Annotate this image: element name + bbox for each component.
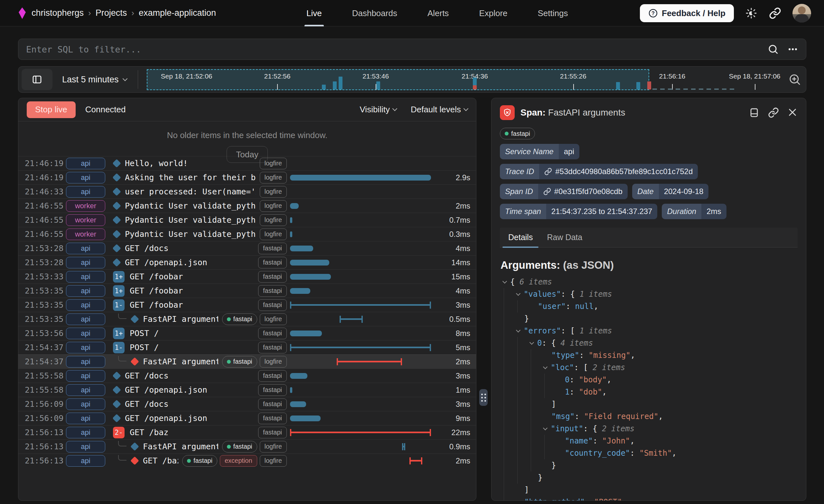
tag-logfire[interactable]: logfire <box>260 356 287 368</box>
expand-children-badge[interactable]: 2- <box>113 427 124 438</box>
tag-fastapi[interactable]: fastapi <box>258 370 287 382</box>
expand-children-badge[interactable]: 1- <box>113 299 124 311</box>
tag-fastapi[interactable]: fastapi <box>258 257 287 269</box>
trace-row[interactable]: 21:56:13apiGET /baz (fofastapiexceptionl… <box>18 453 476 468</box>
tag-fastapi[interactable]: fastapi <box>258 342 287 354</box>
trace-row[interactable]: 21:46:55workerPydantic User validate_pyt… <box>18 213 476 227</box>
copy-link-icon[interactable] <box>768 107 779 118</box>
logfire-logo-icon[interactable] <box>18 7 26 19</box>
expand-children-badge[interactable]: 1+ <box>113 328 124 339</box>
breadcrumb-projects[interactable]: Projects <box>96 8 127 18</box>
nav-item-dashboards[interactable]: Dashboards <box>339 0 411 26</box>
trace-row[interactable]: 21:53:35api1+GET /foobarfastapi4ms <box>18 284 476 298</box>
trace-row[interactable]: 21:53:33api1+GET /foobarfastapi15ms <box>18 269 476 284</box>
trace-row[interactable]: 21:46:55workerPydantic User validate_pyt… <box>18 199 476 213</box>
trace-row[interactable]: 21:56:13api2-GET /bazfastapi22ms <box>18 425 476 439</box>
trace-row[interactable]: 21:53:28apiGET /docsfastapi4ms <box>18 241 476 255</box>
trace-row[interactable]: 21:46:19apiAsking the user for their bir… <box>18 170 476 184</box>
tag-fastapi[interactable]: fastapi <box>182 455 217 467</box>
tag-fastapi[interactable]: fastapi <box>258 398 287 410</box>
collapse-chevron-icon[interactable] <box>543 365 547 369</box>
dock-panel-icon[interactable] <box>749 107 760 118</box>
tag-fastapi[interactable]: fastapi <box>258 384 287 396</box>
tag-fastapi[interactable]: fastapi <box>258 427 287 438</box>
tag-fastapi[interactable]: fastapi <box>258 299 287 311</box>
tag-exception[interactable]: exception <box>220 455 257 467</box>
panel-resize-handle[interactable] <box>479 389 488 406</box>
service-badge-api[interactable]: api <box>66 427 105 438</box>
share-link-icon[interactable] <box>768 7 782 20</box>
service-badge-api[interactable]: api <box>66 398 105 410</box>
service-badge-api[interactable]: api <box>66 158 105 169</box>
breadcrumb-project[interactable]: example-application <box>139 8 216 18</box>
sidebar-toggle-button[interactable] <box>21 69 53 90</box>
tag-fastapi[interactable]: fastapi <box>222 441 257 452</box>
tag-logfire[interactable]: logfire <box>260 172 287 184</box>
trace-row[interactable]: 21:55:58apiGET /docsfastapi3ms <box>18 369 476 383</box>
timeline-zoom-in-button[interactable] <box>784 73 806 86</box>
collapse-chevron-icon[interactable] <box>543 426 547 430</box>
service-badge-api[interactable]: api <box>66 370 105 382</box>
close-icon[interactable] <box>787 107 798 117</box>
tag-fastapi[interactable]: fastapi <box>258 413 287 424</box>
tag-fastapi[interactable]: fastapi <box>222 313 257 325</box>
nav-item-alerts[interactable]: Alerts <box>414 0 462 26</box>
theme-toggle-icon[interactable] <box>745 7 758 20</box>
trace-row[interactable]: 21:53:56api1+POST /fastapi8ms <box>18 326 476 340</box>
user-avatar[interactable] <box>793 4 811 22</box>
timeline-histogram[interactable]: Sep 18, 21:52:0621:52:5621:53:4621:54:36… <box>140 67 779 92</box>
collapse-chevron-icon[interactable] <box>529 340 534 345</box>
trace-row[interactable]: 21:46:55workerPydantic User validate_pyt… <box>18 227 476 241</box>
collapse-chevron-icon[interactable] <box>516 291 520 296</box>
default-levels-dropdown[interactable]: Default levels <box>411 105 468 115</box>
tag-logfire[interactable]: logfire <box>260 214 287 226</box>
trace-row[interactable]: 21:56:09apiGET /openapi.jsonfastapi9ms <box>18 411 476 425</box>
tag-fastapi[interactable]: fastapi <box>258 328 287 339</box>
time-range-dropdown[interactable]: Last 5 minutes <box>53 75 138 85</box>
sql-filter-input[interactable] <box>26 44 767 55</box>
tag-fastapi[interactable]: fastapi <box>258 285 287 297</box>
service-badge-api[interactable]: api <box>66 455 105 467</box>
tag-logfire[interactable]: logfire <box>260 228 287 240</box>
service-badge-api[interactable]: api <box>66 328 105 339</box>
trace-row[interactable]: 21:46:33apiuser processed: User(name='An… <box>18 184 476 199</box>
trace-row[interactable]: 21:53:28apiGET /openapi.jsonfastapi14ms <box>18 255 476 269</box>
service-badge-worker[interactable]: worker <box>66 228 105 240</box>
trace-row[interactable]: 21:56:13apiFastAPI argumentsfastapilogfi… <box>18 439 476 453</box>
nav-item-settings[interactable]: Settings <box>524 0 582 26</box>
trace-row[interactable]: 21:46:19apiHello, world!logfire <box>18 156 476 170</box>
tag-logfire[interactable]: logfire <box>260 158 287 169</box>
more-options-icon[interactable] <box>787 44 798 55</box>
trace-row[interactable]: 21:56:09apiGET /docsfastapi3ms <box>18 397 476 411</box>
service-badge-api[interactable]: api <box>66 172 105 184</box>
visibility-dropdown[interactable]: Visibility <box>359 105 396 115</box>
service-badge-api[interactable]: api <box>66 186 105 198</box>
service-badge-api[interactable]: api <box>66 356 105 368</box>
tab-raw-data[interactable]: Raw Data <box>540 227 589 247</box>
service-badge-worker[interactable]: worker <box>66 214 105 226</box>
trace-row[interactable]: 21:53:35apiFastAPI argumentsfastapilogfi… <box>18 312 476 326</box>
expand-children-badge[interactable]: 1+ <box>113 285 124 297</box>
trace-row[interactable]: 21:55:58apiGET /openapi.jsonfastapi1ms <box>18 383 476 397</box>
service-badge-api[interactable]: api <box>66 299 105 311</box>
tag-logfire[interactable]: logfire <box>260 200 287 212</box>
tag-logfire[interactable]: logfire <box>260 455 287 467</box>
collapse-chevron-icon[interactable] <box>516 328 520 332</box>
service-tag[interactable]: fastapi <box>500 128 535 139</box>
tag-logfire[interactable]: logfire <box>260 186 287 198</box>
nav-item-live[interactable]: Live <box>293 0 335 26</box>
trace-row[interactable]: 21:53:35api1-GET /foobarfastapi3ms <box>18 298 476 312</box>
service-badge-api[interactable]: api <box>66 271 105 283</box>
service-badge-api[interactable]: api <box>66 441 105 452</box>
field-trace-id[interactable]: Trace ID#53ddc40980a86b57bfe89c1cc01c752… <box>500 164 698 179</box>
tag-fastapi[interactable]: fastapi <box>222 356 257 368</box>
service-badge-api[interactable]: api <box>66 384 105 396</box>
trace-row[interactable]: 21:54:37apiFastAPI argumentsfastapilogfi… <box>18 355 476 369</box>
service-badge-api[interactable]: api <box>66 342 105 354</box>
expand-children-badge[interactable]: 1+ <box>113 271 124 283</box>
search-icon[interactable] <box>767 43 779 55</box>
tag-fastapi[interactable]: fastapi <box>258 271 287 283</box>
feedback-help-button[interactable]: ? Feedback / Help <box>640 4 734 22</box>
nav-item-explore[interactable]: Explore <box>466 0 521 26</box>
trace-row[interactable]: 21:54:37api1-POST /fastapi5ms <box>18 340 476 355</box>
